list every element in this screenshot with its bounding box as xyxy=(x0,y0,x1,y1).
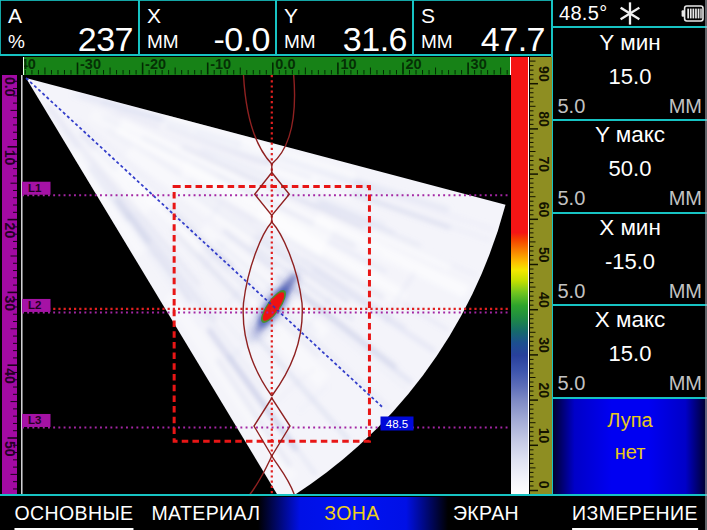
svg-text:70: 70 xyxy=(536,157,552,173)
x-ruler: -40-30-20-100.0102030 xyxy=(23,57,511,75)
svg-text:30: 30 xyxy=(471,57,487,72)
svg-text:80: 80 xyxy=(536,111,552,127)
sector-scan-view: 48.5L1L2L3 xyxy=(21,75,511,495)
measure-cell: S ММ 47.7 xyxy=(414,0,550,55)
screen-left-border xyxy=(0,0,1,55)
measure-value: 47.7 xyxy=(481,21,545,57)
panel-step: 5.0 xyxy=(558,372,586,395)
bottom-menu-bar: ОСНОВНЫЕ МАТЕРИАЛ ЗОНА ЭКРАН ИЗМЕРЕНИЕ xyxy=(0,497,707,530)
panel-separator xyxy=(553,26,707,28)
panel-step: 5.0 xyxy=(558,187,586,210)
probe-angle-cell: 48.5° xyxy=(553,0,707,26)
panel-unit: ММ xyxy=(669,280,702,303)
flaw-detector-screen: A % 237 X ММ -0.0 Y ММ 31.6 S ММ 47.7 48… xyxy=(0,0,707,530)
panel-value: 15.0 xyxy=(553,64,707,90)
colorbar-gradient xyxy=(511,57,528,494)
measure-cell: A % 237 xyxy=(1,0,138,55)
svg-text:-20: -20 xyxy=(145,57,166,72)
gate-tag-L1[interactable]: L1 xyxy=(22,182,51,195)
panel-title: Y макс xyxy=(553,122,707,148)
svg-text:0.0: 0.0 xyxy=(2,77,17,97)
svg-text:40: 40 xyxy=(536,292,552,308)
sidebar-panel[interactable]: Y мин 15.0 5.0 ММ xyxy=(553,28,707,119)
depth-ruler: 0.01020304050 xyxy=(2,75,17,494)
panel-separator xyxy=(553,397,707,399)
cell-divider xyxy=(275,0,277,55)
panel-step: 5.0 xyxy=(558,280,586,303)
magnifier-value: нет xyxy=(553,441,707,464)
panel-separator xyxy=(553,119,707,121)
panel-title: X мин xyxy=(553,215,707,241)
svg-text:20: 20 xyxy=(2,223,17,239)
magnifier-title: Лупа xyxy=(553,409,707,432)
svg-text:20: 20 xyxy=(406,57,422,72)
menu-item-ekran[interactable]: ЭКРАН xyxy=(453,502,519,528)
svg-text:48.5: 48.5 xyxy=(386,418,408,430)
bottom-separator xyxy=(0,494,707,496)
panel-unit: ММ xyxy=(669,372,702,395)
magnifier-panel[interactable]: Лупа нет xyxy=(553,398,707,495)
svg-text:-10: -10 xyxy=(210,57,231,72)
gate-tag-L3[interactable]: L3 xyxy=(22,414,51,427)
panel-value: 15.0 xyxy=(553,341,707,367)
measure-letter: A xyxy=(8,5,22,26)
gate-tag-L2[interactable]: L2 xyxy=(22,299,51,312)
svg-text:0: 0 xyxy=(536,481,552,489)
battery-icon xyxy=(681,5,704,22)
panel-value: -15.0 xyxy=(553,249,707,275)
amplitude-colorbar xyxy=(510,57,529,494)
svg-text:L1: L1 xyxy=(28,182,42,194)
menu-item-izmerenie[interactable]: ИЗМЕРЕНИЕ xyxy=(572,502,698,530)
amplitude-ruler: 9080706050403020100 xyxy=(530,57,552,494)
measure-unit: ММ xyxy=(284,32,316,51)
svg-text:-40: -40 xyxy=(24,57,36,72)
svg-text:L2: L2 xyxy=(28,299,41,311)
panel-title: X макс xyxy=(553,307,707,333)
sidebar-panel[interactable]: X мин -15.0 5.0 ММ xyxy=(553,213,707,304)
svg-text:-30: -30 xyxy=(80,57,101,72)
svg-text:30: 30 xyxy=(2,295,17,311)
menu-item-zona[interactable]: ЗОНА xyxy=(324,502,379,528)
sidebar-panel[interactable]: Y макс 50.0 5.0 ММ xyxy=(553,121,707,212)
measure-letter: S xyxy=(421,5,435,26)
svg-text:10: 10 xyxy=(2,150,17,166)
svg-text:20: 20 xyxy=(536,383,552,399)
svg-text:90: 90 xyxy=(536,66,552,82)
svg-text:0.0: 0.0 xyxy=(275,57,295,72)
panel-value: 50.0 xyxy=(553,156,707,182)
svg-text:10: 10 xyxy=(536,428,552,444)
measure-cell: Y ММ 31.6 xyxy=(277,0,412,55)
measure-cell: X ММ -0.0 xyxy=(140,0,275,55)
svg-text:L3: L3 xyxy=(28,414,41,426)
svg-text:50: 50 xyxy=(2,441,17,457)
beam-angle-label: 48.5 xyxy=(381,417,414,431)
svg-text:30: 30 xyxy=(536,337,552,353)
measure-unit: % xyxy=(8,32,25,51)
menu-item-osnovnye[interactable]: ОСНОВНЫЕ xyxy=(14,502,133,530)
panel-title: Y мин xyxy=(553,30,707,56)
measure-unit: ММ xyxy=(421,32,453,51)
panel-step: 5.0 xyxy=(558,95,586,118)
measure-value: -0.0 xyxy=(213,21,270,57)
panel-unit: ММ xyxy=(669,187,702,210)
measure-value: 31.6 xyxy=(343,21,407,57)
sidebar-panel[interactable]: X макс 15.0 5.0 ММ xyxy=(553,306,707,397)
menu-item-material[interactable]: МАТЕРИАЛ xyxy=(151,502,260,528)
freeze-asterisk-icon xyxy=(619,2,641,25)
measure-value: 237 xyxy=(78,21,133,57)
measure-letter: X xyxy=(147,5,161,26)
svg-text:40: 40 xyxy=(2,368,17,384)
measurement-readout-bar: A % 237 X ММ -0.0 Y ММ 31.6 S ММ 47.7 xyxy=(0,0,552,55)
panel-unit: ММ xyxy=(669,95,702,118)
measure-letter: Y xyxy=(284,5,298,26)
settings-sidebar: 48.5° Y мин 15.0 5.0 ММ Y макс 50.0 5.0 … xyxy=(552,0,707,495)
cell-divider xyxy=(138,0,140,55)
topbar-underline xyxy=(0,54,552,56)
svg-text:10: 10 xyxy=(340,57,356,72)
panel-separator xyxy=(553,212,707,214)
measure-unit: ММ xyxy=(147,32,179,51)
cell-divider xyxy=(412,0,414,55)
probe-angle-value: 48.5° xyxy=(559,2,607,25)
svg-text:60: 60 xyxy=(536,202,552,218)
panel-separator xyxy=(553,304,707,306)
